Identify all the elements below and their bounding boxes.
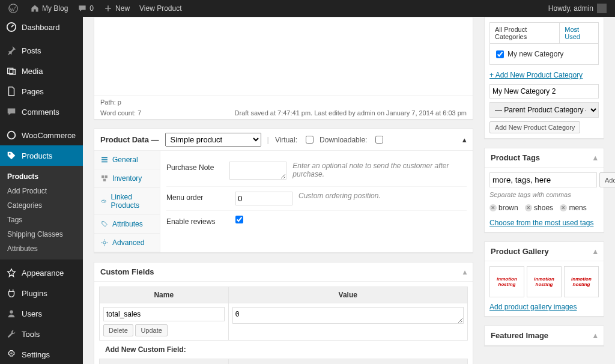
cat-tab-most[interactable]: Most Used bbox=[560, 23, 598, 43]
gallery-title: Product Gallery bbox=[491, 247, 549, 256]
menu-appearance[interactable]: Appearance bbox=[0, 262, 83, 283]
menu-order-desc: Custom ordering position. bbox=[298, 192, 381, 200]
gallery-thumb[interactable]: inmotion hosting bbox=[489, 266, 524, 297]
plugin-icon bbox=[6, 288, 17, 299]
editor-path: Path: p bbox=[94, 96, 473, 108]
menu-tools[interactable]: Tools bbox=[0, 324, 83, 344]
menu-pages[interactable]: Pages bbox=[0, 81, 83, 102]
svg-point-3 bbox=[9, 153, 11, 155]
menu-media[interactable]: Media bbox=[0, 61, 83, 81]
submenu-products[interactable]: Products bbox=[0, 169, 83, 184]
menu-order-label: Menu order bbox=[166, 192, 235, 202]
tag-item: ✕mens bbox=[560, 204, 586, 212]
gear-icon bbox=[100, 238, 109, 247]
cat-tab-all[interactable]: All Product Categories bbox=[490, 23, 560, 43]
inventory-icon bbox=[100, 174, 109, 183]
home-icon bbox=[30, 4, 40, 13]
tags-panel: Product Tags ▴ Add Separate tags with co… bbox=[484, 148, 604, 232]
cf-name-input[interactable] bbox=[103, 307, 225, 321]
editor-body[interactable] bbox=[94, 17, 473, 96]
submenu-shipping-classes[interactable]: Shipping Classes bbox=[0, 227, 83, 241]
downloadable-label: Downloadable: bbox=[320, 136, 367, 144]
cf-value-input[interactable]: 0 bbox=[232, 307, 464, 324]
choose-tags-link[interactable]: Choose from the most used tags bbox=[489, 219, 593, 227]
dashboard-icon bbox=[6, 22, 17, 32]
settings-icon bbox=[6, 349, 17, 360]
categories-panel: All Product Categories Most Used My new … bbox=[484, 17, 604, 139]
tag-item: ✕shoes bbox=[525, 204, 553, 212]
submenu-tags[interactable]: Tags bbox=[0, 213, 83, 227]
content-editor: Path: p Word count: 7 Draft saved at 7:4… bbox=[94, 17, 473, 120]
menu-products[interactable]: Products bbox=[0, 145, 83, 166]
save-status: Draft saved at 7:47:41 pm. Last edited b… bbox=[235, 109, 467, 117]
tag-remove-icon[interactable]: ✕ bbox=[525, 204, 532, 211]
gallery-thumb[interactable]: inmotion hosting bbox=[527, 266, 562, 297]
admin-bar: My Blog 0 New View Product Howdy, admin bbox=[0, 0, 615, 17]
link-icon bbox=[100, 197, 108, 205]
menu-plugins[interactable]: Plugins bbox=[0, 283, 83, 303]
cf-value-header: Value bbox=[228, 287, 467, 303]
tag-remove-icon[interactable]: ✕ bbox=[489, 204, 497, 211]
tag-remove-icon[interactable]: ✕ bbox=[560, 204, 567, 211]
submenu-categories[interactable]: Categories bbox=[0, 198, 83, 213]
attributes-icon bbox=[100, 220, 109, 228]
panel-toggle[interactable]: ▴ bbox=[593, 153, 598, 162]
cf-update-button[interactable]: Update bbox=[135, 324, 167, 336]
add-category-link[interactable]: + Add New Product Category bbox=[489, 71, 599, 79]
gallery-panel: Product Gallery ▴ inmotion hosting inmot… bbox=[484, 241, 604, 317]
svg-rect-9 bbox=[103, 179, 106, 181]
product-data-title: Product Data — bbox=[100, 135, 159, 144]
svg-point-5 bbox=[10, 352, 13, 354]
purchase-note-label: Purchase Note bbox=[166, 162, 229, 172]
avatar bbox=[597, 4, 607, 13]
comments-link[interactable]: 0 bbox=[73, 0, 98, 17]
product-type-select[interactable]: Simple product bbox=[165, 133, 261, 147]
panel-toggle[interactable]: ▴ bbox=[462, 135, 467, 144]
virtual-checkbox[interactable] bbox=[306, 136, 314, 144]
menu-order-field[interactable] bbox=[235, 192, 292, 205]
add-category-button[interactable]: Add New Product Category bbox=[489, 121, 580, 133]
downloadable-checkbox[interactable] bbox=[375, 136, 383, 144]
category-item[interactable]: My new Category bbox=[496, 50, 592, 58]
tags-input[interactable] bbox=[489, 172, 597, 187]
page-icon bbox=[6, 86, 17, 97]
cf-add-new-label: Add New Custom Field: bbox=[99, 341, 468, 359]
plus-icon bbox=[103, 4, 113, 13]
add-gallery-link[interactable]: Add product gallery images bbox=[489, 303, 577, 311]
tab-linked[interactable]: Linked Products bbox=[94, 188, 160, 215]
new-category-input[interactable] bbox=[489, 84, 599, 99]
tab-general[interactable]: General bbox=[94, 151, 160, 169]
tags-list: ✕brown ✕shoes ✕mens bbox=[489, 203, 599, 212]
menu-posts[interactable]: Posts bbox=[0, 40, 83, 61]
new-link[interactable]: New bbox=[98, 0, 135, 17]
enable-reviews-label: Enable reviews bbox=[166, 216, 235, 226]
wp-logo[interactable] bbox=[4, 0, 25, 17]
site-link[interactable]: My Blog bbox=[25, 0, 73, 17]
menu-dashboard[interactable]: Dashboard bbox=[0, 17, 83, 37]
tab-inventory[interactable]: Inventory bbox=[94, 169, 160, 188]
table-row: Delete Update 0 bbox=[100, 303, 468, 341]
tab-attributes[interactable]: Attributes bbox=[94, 215, 160, 234]
view-product-link[interactable]: View Product bbox=[135, 0, 186, 17]
panel-toggle[interactable]: ▴ bbox=[593, 247, 598, 256]
custom-fields-title: Custom Fields bbox=[100, 267, 154, 276]
menu-comments[interactable]: Comments bbox=[0, 102, 83, 122]
tags-add-button[interactable]: Add bbox=[599, 172, 615, 187]
enable-reviews-checkbox[interactable] bbox=[235, 216, 243, 223]
submenu-attributes[interactable]: Attributes bbox=[0, 241, 83, 256]
menu-users[interactable]: Users bbox=[0, 303, 83, 324]
menu-woocommerce[interactable]: WooCommerce bbox=[0, 125, 83, 145]
tab-advanced[interactable]: Advanced bbox=[94, 234, 160, 252]
cf-delete-button[interactable]: Delete bbox=[103, 324, 133, 336]
howdy-link[interactable]: Howdy, admin bbox=[544, 0, 611, 17]
featured-title: Featured Image bbox=[491, 331, 548, 340]
menu-settings[interactable]: Settings bbox=[0, 344, 83, 364]
panel-toggle[interactable]: ▴ bbox=[463, 268, 467, 276]
panel-toggle[interactable]: ▴ bbox=[593, 331, 598, 340]
category-checkbox[interactable] bbox=[496, 50, 504, 58]
parent-category-select[interactable]: — Parent Product Category — bbox=[489, 102, 599, 118]
submenu-add-product[interactable]: Add Product bbox=[0, 184, 83, 198]
svg-rect-7 bbox=[101, 175, 104, 178]
purchase-note-field[interactable] bbox=[229, 162, 286, 180]
gallery-thumb[interactable]: inmotion hosting bbox=[564, 266, 599, 297]
